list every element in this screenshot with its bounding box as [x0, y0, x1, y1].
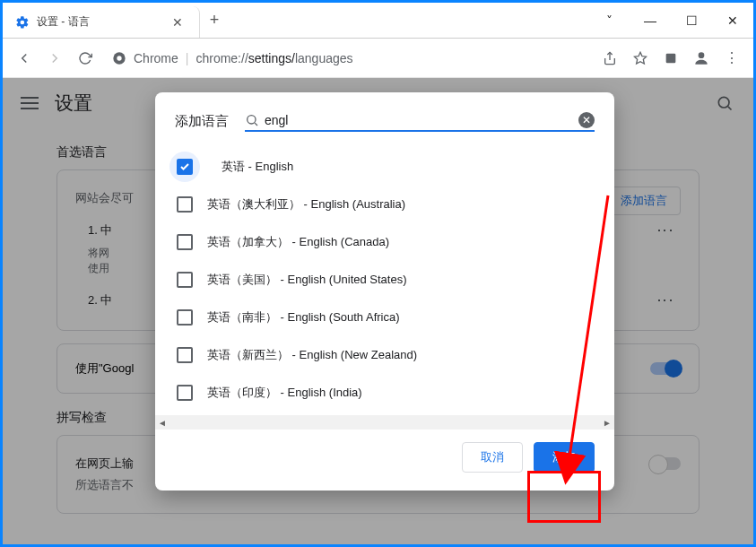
- forward-button[interactable]: [42, 46, 67, 71]
- checkbox-icon[interactable]: [177, 196, 193, 213]
- window-controls: ˅ ― ☐ ✕: [588, 3, 753, 38]
- list-item[interactable]: 英语（澳大利亚） - English (Australia): [155, 186, 614, 223]
- svg-point-8: [248, 116, 256, 124]
- language-list[interactable]: 英语 - English 英语（澳大利亚） - English (Austral…: [155, 141, 614, 415]
- checkbox-icon[interactable]: [177, 234, 193, 250]
- reload-button[interactable]: [73, 46, 98, 71]
- chevron-down-icon[interactable]: ˅: [588, 3, 630, 38]
- checkbox-icon[interactable]: [177, 272, 193, 288]
- checkbox-icon[interactable]: [177, 385, 193, 401]
- cancel-button[interactable]: 取消: [462, 442, 523, 473]
- language-search-input[interactable]: [265, 113, 573, 127]
- share-icon[interactable]: [597, 46, 622, 71]
- clear-icon[interactable]: ✕: [578, 112, 595, 128]
- add-button[interactable]: 添加: [534, 442, 595, 473]
- scroll-left-icon[interactable]: ◄: [155, 415, 169, 430]
- url-prefix: Chrome: [134, 51, 178, 65]
- language-search[interactable]: ✕: [245, 110, 595, 132]
- list-item[interactable]: 英语（加拿大） - English (Canada): [155, 223, 614, 261]
- svg-marker-3: [634, 52, 646, 64]
- window-titlebar: 设置 - 语言 ✕ + ˅ ― ☐ ✕: [3, 3, 753, 39]
- star-icon[interactable]: [628, 46, 653, 71]
- url-text: chrome://settings/languages: [196, 51, 352, 65]
- scroll-right-icon[interactable]: ►: [600, 415, 614, 430]
- checkbox-icon[interactable]: [177, 347, 193, 363]
- new-tab-button[interactable]: +: [200, 3, 229, 38]
- extensions-icon[interactable]: [658, 46, 683, 71]
- list-item[interactable]: 英语（新西兰） - English (New Zealand): [155, 336, 614, 374]
- minimize-button[interactable]: ―: [630, 3, 671, 38]
- list-item[interactable]: 英语（印度） - English (India): [155, 374, 614, 412]
- browser-toolbar: Chrome | chrome://settings/languages ⋮: [3, 39, 753, 78]
- horizontal-scrollbar[interactable]: ◄ ►: [155, 415, 614, 430]
- tab-close-icon[interactable]: ✕: [169, 15, 187, 30]
- profile-icon[interactable]: [689, 46, 714, 71]
- svg-line-9: [255, 123, 257, 126]
- list-item[interactable]: 英语（南非） - English (South Africa): [155, 299, 614, 336]
- search-icon: [245, 113, 259, 127]
- list-item[interactable]: 英语 - English: [155, 148, 614, 186]
- menu-icon[interactable]: ⋮: [719, 46, 744, 71]
- close-button[interactable]: ✕: [712, 3, 753, 38]
- svg-point-5: [699, 52, 705, 58]
- maximize-button[interactable]: ☐: [671, 3, 712, 38]
- svg-rect-4: [666, 53, 676, 63]
- chrome-icon: [112, 51, 126, 65]
- browser-tab[interactable]: 设置 - 语言 ✕: [3, 6, 200, 38]
- dialog-title: 添加语言: [175, 113, 229, 130]
- svg-point-1: [117, 56, 121, 60]
- gear-icon: [15, 15, 30, 30]
- address-bar[interactable]: Chrome | chrome://settings/languages: [103, 51, 592, 65]
- add-language-dialog: 添加语言 ✕ 英语 - English 英语（澳大利亚） - English (…: [155, 92, 614, 491]
- tab-title: 设置 - 语言: [37, 14, 161, 30]
- checkbox-icon[interactable]: [177, 159, 193, 175]
- list-item[interactable]: 英语（美国） - English (United States): [155, 261, 614, 299]
- checkbox-icon[interactable]: [177, 309, 193, 326]
- back-button[interactable]: [12, 46, 37, 71]
